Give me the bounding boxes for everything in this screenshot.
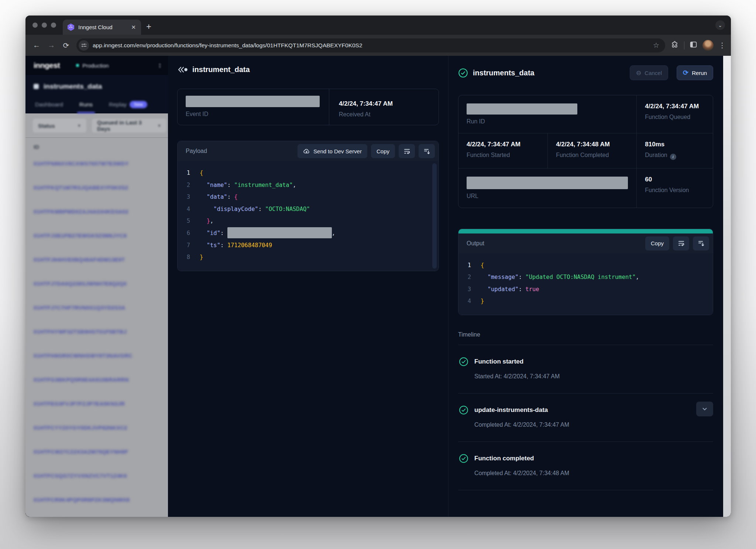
run-id-item[interactable]: 01HTFCW27CZ2X3AZM75QEYNH8F — [25, 440, 168, 464]
tab-close-icon[interactable]: ✕ — [130, 23, 137, 31]
bookmark-star-icon[interactable]: ☆ — [650, 41, 662, 50]
function-header: instruments_data Dashboard Runs Replay N… — [25, 75, 168, 113]
run-id-item[interactable]: 01HTFJ3B1PB27EWGK5Z0M6JYC8 — [25, 224, 168, 248]
payload-title: Payload — [186, 148, 294, 154]
tab-strip: Inngest Cloud ✕ + ⌄ — [25, 16, 731, 35]
run-id-item[interactable]: 01HTFEG3FVJP7FZJP7EA5KN3JR — [25, 392, 168, 416]
scroll-to-bottom-button[interactable] — [419, 144, 435, 158]
browser-tab[interactable]: Inngest Cloud ✕ — [63, 20, 141, 35]
event-icon — [178, 67, 188, 73]
line-number: 7 — [178, 239, 190, 252]
address-bar[interactable]: app.inngest.com/env/production/functions… — [76, 38, 665, 52]
run-id-item[interactable]: 01HTFCYYZ0YGY0DKJVP82NKXC2 — [25, 416, 168, 440]
completed-label: Function Completed — [556, 152, 628, 158]
step-success-check-icon — [459, 357, 468, 366]
inngest-app: inngest Production ▲▼ instruments_data D… — [25, 56, 731, 517]
output-scroll-to-bottom-button[interactable] — [693, 236, 709, 250]
run-id-item[interactable]: 01HTFJ7C7HF7RVN0S1Q3YD2S3A — [25, 296, 168, 320]
toolbar-right-icons: ⋮ — [670, 40, 726, 51]
code-line: 1{ — [458, 259, 713, 272]
code-token — [200, 203, 213, 215]
environment-switcher-icon[interactable]: ▲▼ — [158, 63, 161, 68]
rerun-button[interactable]: ⟳ Rerun — [677, 65, 713, 80]
code-token — [200, 239, 207, 252]
line-number: 1 — [178, 167, 190, 179]
code-token — [200, 179, 207, 191]
tab-replay[interactable]: Replay New — [109, 101, 147, 113]
output-copy-button[interactable]: Copy — [645, 236, 669, 250]
received-at-label: Received At — [339, 111, 421, 118]
function-version-cell: 60 Function Version — [636, 168, 713, 208]
code-token — [200, 215, 207, 227]
code-token: 1712068487049 — [227, 239, 272, 252]
code-token: { — [200, 167, 203, 179]
new-badge: New — [130, 101, 147, 108]
sidebar: inngest Production ▲▼ instruments_data D… — [25, 56, 168, 517]
close-window-button[interactable] — [32, 23, 38, 28]
info-icon[interactable]: i — [670, 154, 676, 160]
minimize-window-button[interactable] — [42, 23, 47, 28]
url-redacted-value — [467, 177, 628, 189]
url-label: URL — [467, 193, 628, 200]
run-id-item[interactable]: 01HTFKMBPMD0ZAJ4AG04KD3A02 — [25, 200, 168, 224]
run-id-item[interactable]: 01HTFJ7DA6Q238SJWNH7E8Q2Q0 — [25, 272, 168, 296]
run-id-item[interactable]: 01HTFN86XV8CXWS7657W7E3WDY — [25, 151, 168, 175]
extensions-puzzle-icon[interactable] — [671, 41, 679, 50]
run-id-item[interactable]: 01HTFCSQG7ZYVXNZVC7VT1Z4K6 — [25, 464, 168, 488]
reload-icon[interactable]: ⟳ — [59, 39, 73, 52]
code-token: : — [519, 283, 526, 296]
code-token — [200, 191, 207, 203]
timeline-item-title: Function completed — [474, 455, 534, 462]
tab-runs[interactable]: Runs — [79, 101, 93, 113]
inngest-logo: inngest — [34, 61, 60, 70]
url-text[interactable]: app.inngest.com/env/production/functions… — [93, 42, 650, 49]
forward-icon[interactable]: → — [45, 39, 58, 52]
word-wrap-button[interactable] — [399, 144, 415, 158]
step-success-check-icon — [459, 405, 468, 415]
tab-replay-label: Replay — [109, 101, 127, 108]
window-controls[interactable] — [25, 16, 63, 35]
page-scrollbar[interactable] — [723, 56, 731, 517]
profile-avatar[interactable] — [702, 40, 714, 51]
run-id-item[interactable]: 01HTFCR9K4PQP0R8PZK3MQNMX8 — [25, 488, 168, 512]
time-range-filter-dropdown[interactable]: Queued in Last 3 Days ▼ — [92, 119, 166, 133]
function-icon — [34, 84, 39, 89]
code-line: 2 "message": "Updated OCTO:NASDAQ instru… — [458, 271, 713, 283]
output-code: 1{2 "message": "Updated OCTO:NASDAQ inst… — [458, 253, 713, 315]
rerun-refresh-icon: ⟳ — [683, 69, 688, 77]
code-token: , — [332, 227, 335, 239]
tab-title: Inngest Cloud — [78, 24, 126, 30]
expand-step-button[interactable] — [696, 402, 713, 416]
timeline-item-title: update-instruments-data — [474, 406, 548, 414]
run-id-item[interactable]: 01HTFH9GR0CWNHSWY8T3NAVGRC — [25, 344, 168, 368]
code-token: "data" — [207, 191, 227, 203]
run-id-item[interactable]: 01HTFJ94HVE0BQ48AF4DM13E9T — [25, 248, 168, 272]
chevron-down-icon: ▼ — [77, 123, 81, 128]
timeline-item-subtitle: Completed At: 4/2/2024, 7:34:47 AM — [474, 422, 713, 428]
chevron-down-icon — [702, 406, 708, 412]
environment-selector[interactable]: Production — [76, 62, 158, 69]
code-token: "Updated OCTO:NASDAQ instrument" — [525, 271, 636, 283]
run-id-item[interactable]: 01HTFG3BKPQ5R9E4A910BRARRN — [25, 368, 168, 392]
run-id-item[interactable]: 01HTFHYWF32TSB9HGT01F5BTBJ — [25, 320, 168, 344]
tab-search-chevron-icon[interactable]: ⌄ — [715, 20, 725, 30]
timeline-section: Timeline Function started Started At: 4/… — [458, 331, 713, 490]
tab-dashboard[interactable]: Dashboard — [35, 101, 63, 113]
output-word-wrap-button[interactable] — [673, 236, 689, 250]
back-icon[interactable]: ← — [30, 39, 43, 52]
browser-toolbar: ← → ⟳ app.inngest.com/env/production/fun… — [25, 35, 731, 56]
browser-menu-icon[interactable]: ⋮ — [719, 42, 726, 49]
new-tab-button[interactable]: + — [146, 21, 151, 32]
cancel-button[interactable]: ⊖ Cancel — [630, 65, 668, 80]
payload-copy-button[interactable]: Copy — [371, 144, 395, 158]
code-scrollbar[interactable] — [432, 163, 437, 269]
side-panel-icon[interactable] — [690, 41, 697, 50]
status-filter-dropdown[interactable]: Status ▼ — [33, 119, 86, 133]
run-details-card: Run ID 4/2/24, 7:34:47 AM Function Queue… — [458, 95, 713, 208]
line-number: 1 — [458, 259, 471, 272]
site-info-icon[interactable] — [79, 40, 89, 51]
code-token — [481, 271, 488, 283]
run-id-item[interactable]: 01HTFKQT1M7RSJQABEXYF0K0S2 — [25, 175, 168, 200]
maximize-window-button[interactable] — [51, 23, 56, 28]
send-to-dev-server-button[interactable]: Send to Dev Server — [298, 144, 367, 158]
